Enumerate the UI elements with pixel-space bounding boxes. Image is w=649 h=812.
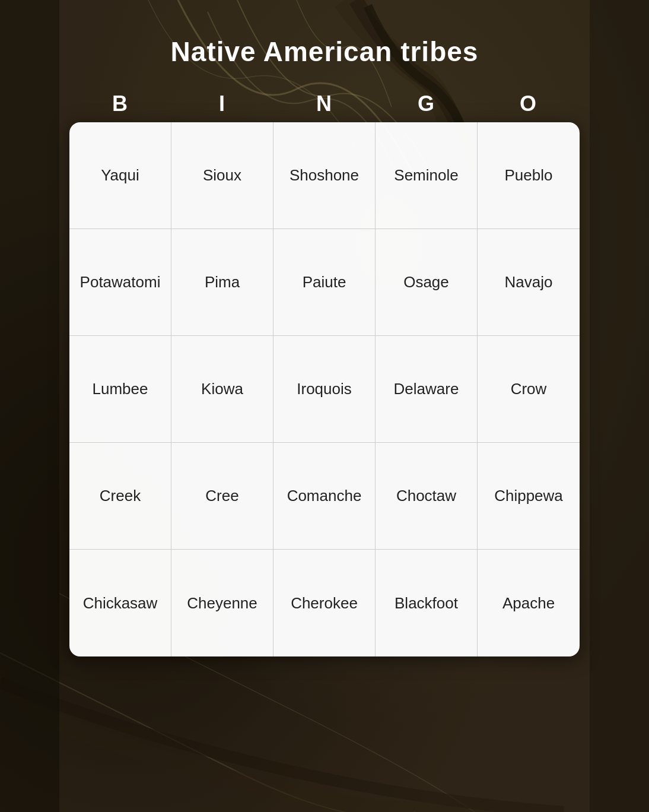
bingo-cell[interactable]: Pueblo <box>478 122 580 229</box>
page-title: Native American tribes <box>171 36 479 68</box>
bingo-cell[interactable]: Pima <box>171 229 273 336</box>
bingo-cell[interactable]: Cherokee <box>273 550 376 656</box>
bingo-cell[interactable]: Apache <box>478 550 580 656</box>
bingo-cell[interactable]: Comanche <box>273 443 376 550</box>
bingo-cell[interactable]: Navajo <box>478 229 580 336</box>
bingo-cell[interactable]: Osage <box>376 229 478 336</box>
header-i: I <box>171 91 273 116</box>
header-b: B <box>69 91 171 116</box>
bingo-cell[interactable]: Iroquois <box>273 336 376 443</box>
bingo-cell[interactable]: Cheyenne <box>171 550 273 656</box>
bingo-cell[interactable]: Paiute <box>273 229 376 336</box>
page-content: Native American tribes B I N G O YaquiSi… <box>0 0 649 656</box>
bingo-cell[interactable]: Creek <box>69 443 171 550</box>
bingo-cell[interactable]: Potawatomi <box>69 229 171 336</box>
bingo-cell[interactable]: Lumbee <box>69 336 171 443</box>
bingo-cell[interactable]: Chippewa <box>478 443 580 550</box>
bingo-cell[interactable]: Sioux <box>171 122 273 229</box>
bingo-cell[interactable]: Cree <box>171 443 273 550</box>
header-n: N <box>273 91 376 116</box>
bingo-cell[interactable]: Kiowa <box>171 336 273 443</box>
bingo-cell[interactable]: Chickasaw <box>69 550 171 656</box>
bingo-card: YaquiSiouxShoshoneSeminolePuebloPotawato… <box>69 122 580 656</box>
bingo-cell[interactable]: Seminole <box>376 122 478 229</box>
bingo-cell[interactable]: Blackfoot <box>376 550 478 656</box>
bingo-cell[interactable]: Delaware <box>376 336 478 443</box>
header-o: O <box>478 91 580 116</box>
bingo-cell[interactable]: Choctaw <box>376 443 478 550</box>
bingo-cell[interactable]: Yaqui <box>69 122 171 229</box>
bingo-header: B I N G O <box>69 91 580 116</box>
bingo-cell[interactable]: Shoshone <box>273 122 376 229</box>
bingo-cell[interactable]: Crow <box>478 336 580 443</box>
bingo-grid: YaquiSiouxShoshoneSeminolePuebloPotawato… <box>69 122 580 656</box>
header-g: G <box>376 91 478 116</box>
